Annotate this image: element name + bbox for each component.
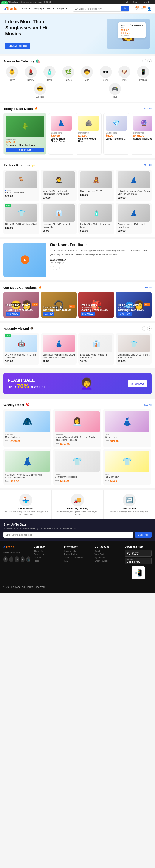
categories-prev[interactable]: ‹ xyxy=(142,59,146,63)
deal-card-2[interactable]: 🪨 Starting from $19.00 Oil Stone Wood Ho… xyxy=(76,113,102,155)
collection-btn-4[interactable]: SHOP NOW xyxy=(118,312,132,316)
footer-app-col: Download App Download on the App Store G… xyxy=(125,545,152,579)
category-item-cleaner[interactable]: 🧴 Cleaner xyxy=(42,66,57,81)
footer-link-faq[interactable]: FAQ xyxy=(64,560,91,562)
collection-btn-3[interactable]: SHOP NOW xyxy=(80,312,95,316)
hero-cta-button[interactable]: View All Products xyxy=(5,43,30,49)
category-item-garden[interactable]: 🌿 Garden xyxy=(60,66,76,81)
category-img-toys: 🎮 xyxy=(109,83,121,95)
newsletter-subscribe-button[interactable]: Subscribe xyxy=(135,532,152,537)
footer-link-privacy[interactable]: Privacy Policy xyxy=(64,550,91,552)
feedback-next[interactable]: → xyxy=(55,266,60,270)
category-item-mens[interactable]: 🕶️ Men's xyxy=(98,66,113,81)
collection-card-1[interactable]: 😎👩 NEW Explore The Sunglass The Sunglass… xyxy=(3,292,39,318)
logo[interactable]: eTrade xyxy=(3,6,17,11)
product-name-5: Gildan Men's Ultra Cotton T-Shirt xyxy=(5,223,37,226)
social-youtube[interactable]: ▶ xyxy=(21,556,25,562)
collection-card-2[interactable]: 🎧 NEW Inspire Creativity Starting From $… xyxy=(41,292,77,318)
social-linkedin[interactable]: in xyxy=(15,556,19,562)
explore-products-see-all[interactable]: See All xyxy=(144,164,152,166)
product-card-4[interactable]: 👗 Calvin Klein womens Solid Drawn Multi … xyxy=(116,169,152,201)
nav-shop[interactable]: Shop ▾ xyxy=(47,7,54,10)
weekly-card-6[interactable]: 👕 Sale Full Gear Tshirt Price $8.00 xyxy=(103,449,151,485)
recently-viewed-prev[interactable]: ‹ xyxy=(142,326,146,331)
today-deals-title: Today's Best Deals 🔥 xyxy=(3,107,38,111)
social-instagram[interactable]: 📷 xyxy=(26,556,30,562)
recently-viewed-card-2[interactable]: 👗 Calvin Klein womens Solid Drawn With C… xyxy=(41,333,77,365)
footer-link-contact[interactable]: Contact Us xyxy=(34,553,61,556)
feedback-prev[interactable]: ← xyxy=(50,266,54,270)
nav-support[interactable]: Support ▾ xyxy=(57,7,67,10)
product-card-2[interactable]: 🤵 Men's Suit Separates with Performance … xyxy=(41,169,77,201)
product-card-5[interactable]: NEW 👕 Gildan Men's Ultra Cotton T-Shirt … xyxy=(3,203,39,234)
category-item-phones[interactable]: 📱 Phones xyxy=(135,66,151,81)
category-item-beauty[interactable]: 💄 Beauty xyxy=(23,66,38,81)
collection-btn-1[interactable]: SHOP NOW xyxy=(6,312,20,316)
user-button[interactable]: 👤 xyxy=(147,7,152,11)
collection-btn-2[interactable]: Buy Now xyxy=(43,312,54,316)
footer-link-wishlist[interactable]: My Wishlist xyxy=(94,556,121,559)
google-play-badge[interactable]: Get it on Google Play xyxy=(125,558,152,564)
newsletter-desc: Subscribe to our newsletter and stay upd… xyxy=(3,527,152,530)
deal-img-1: 👗 xyxy=(51,116,72,130)
service-title-same-day-delivery: Same Day Delivery xyxy=(67,507,88,510)
search-button[interactable]: 🔍 xyxy=(122,6,129,11)
product-card-8[interactable]: 👗 Women's Wicker Midi Length Flare Dress… xyxy=(116,203,152,234)
play-button[interactable]: ▶ xyxy=(21,255,29,264)
footer-link-careers[interactable]: Careers xyxy=(34,556,61,559)
footer-link-orders[interactable]: Order Tracking xyxy=(94,560,121,562)
wishlist-button[interactable]: ♡ 2 xyxy=(135,7,138,11)
footer-link-cart[interactable]: View Cart xyxy=(94,553,121,556)
flash-sale-button[interactable]: Shop Now xyxy=(128,380,147,387)
nav-demos[interactable]: Demos ▾ xyxy=(21,7,30,10)
social-facebook[interactable]: f xyxy=(3,556,7,562)
mega-collections-see-all[interactable]: See All xyxy=(144,286,152,289)
collection-card-4[interactable]: 🧢👩 NEW Find A Great Match The Bag Collec… xyxy=(116,292,152,318)
category-item-pets[interactable]: 🐶 Pets xyxy=(117,66,132,81)
product-card-3[interactable]: 🧸 Naked Spectrum™ 619 $45.00 xyxy=(78,169,114,201)
footer-link-terms[interactable]: Terms & Conditions xyxy=(64,556,91,559)
category-item-kids[interactable]: 🧒 Kid's xyxy=(79,66,95,81)
category-item-toys[interactable]: 🎮 Toys xyxy=(107,83,123,98)
weekly-deals-see-all[interactable]: See All xyxy=(144,403,152,406)
footer-link-about[interactable]: About Us xyxy=(34,550,61,552)
category-item-sunglass[interactable]: 😎 Sunglass xyxy=(32,83,48,98)
footer-link-press[interactable]: Press xyxy=(34,560,61,562)
weekly-card-3[interactable]: 👗 New Women Dress Price $19.00 xyxy=(103,409,151,447)
category-img-phones: 📱 xyxy=(137,66,149,78)
recently-viewed-next[interactable]: › xyxy=(147,326,152,331)
today-deals-see-all[interactable]: See All xyxy=(144,107,152,110)
help-link[interactable]: Help xyxy=(125,1,129,3)
register-link[interactable]: Register xyxy=(143,1,151,3)
weekly-card-4[interactable]: NEW 👗 Catch Klein womens Solid Sheath Wi… xyxy=(3,449,51,485)
app-store-badge[interactable]: Download on the App Store xyxy=(125,550,152,557)
recently-viewed-card-4[interactable]: 👕 Gildan Men's Ultra Cotton T-Shirt, Sty… xyxy=(116,333,152,365)
feedback-video[interactable]: ▶ xyxy=(3,243,47,277)
featured-deal-card[interactable]: 🌵 Starting From $35.00 Decorative Plant … xyxy=(3,113,47,155)
weekly-card-5[interactable]: 👕 Unisex Comfort Unisex Hoodie Price $45… xyxy=(53,449,101,485)
recently-viewed-card-3[interactable]: 👔 Essentials Men's Regular Fit Casual Sh… xyxy=(78,333,114,365)
signin-link[interactable]: Sign In xyxy=(133,1,139,3)
footer-link-signin[interactable]: Sign In xyxy=(94,550,121,552)
newsletter-email-input[interactable] xyxy=(3,532,133,537)
weekly-card-1[interactable]: 🧥 Womens Mens Suit Jacket Price $360.00 xyxy=(3,409,51,447)
product-card-6[interactable]: 👔 Essentials Men's Regular Fit Casual Sh… xyxy=(41,203,77,234)
category-label-phones: Phones xyxy=(139,79,147,81)
collection-card-3[interactable]: 🎒 Trade Benefits The Bag Collection Star… xyxy=(78,292,114,318)
deal-card-1[interactable]: 👗 Starting from $29.00 Ladies Short Slee… xyxy=(48,113,74,155)
weekly-card-2[interactable]: 👩‍💼 Business Business Women Full Set 3 P… xyxy=(53,409,101,447)
recently-viewed-card-1[interactable]: NEW 🤖 J4D Women's Loose Fit 3D Print Swe… xyxy=(3,333,39,365)
deal-card-3[interactable]: 💎 Starting from $9.00 Large Pandants... xyxy=(103,113,129,155)
nav-category[interactable]: Category ▾ xyxy=(33,7,44,10)
featured-deal-btn[interactable]: See product xyxy=(6,148,44,152)
product-card-1[interactable]: 🪑 Bamboo Shoe Rack $80.00 xyxy=(3,169,39,201)
cart-button[interactable]: 🛒 3 xyxy=(140,7,145,11)
deal-card-4[interactable]: 🔮 Starting from $465.00 Sphere New Model xyxy=(131,113,152,155)
footer-link-return[interactable]: Return Policy xyxy=(64,553,91,556)
categories-next[interactable]: › xyxy=(147,59,152,63)
deal-img-2: 🪨 xyxy=(78,116,99,130)
social-twitter[interactable]: t xyxy=(9,556,14,562)
product-card-7[interactable]: 🧴 Pacifica Sea White Cleanser for Face $… xyxy=(78,203,114,234)
search-input[interactable] xyxy=(73,6,122,11)
category-item-baby[interactable]: 👶 Baby's xyxy=(4,66,20,81)
